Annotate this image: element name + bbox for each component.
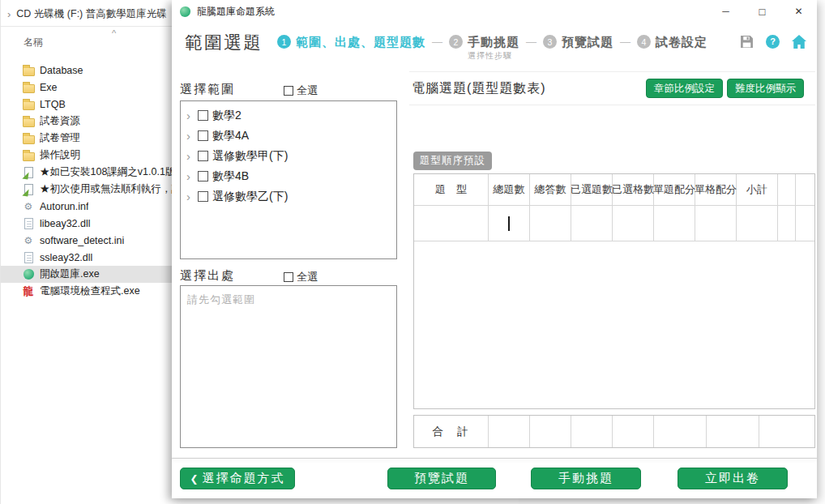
question-type-table: 題 型 總題數 總答數 已選題數 已選格數 單題配分 單格配分 小計 <box>413 173 815 409</box>
expand-chevron-icon[interactable]: › <box>186 109 198 122</box>
chapter-ratio-button[interactable]: 章節比例設定 <box>646 79 723 98</box>
explorer-tree-node-cd-drive[interactable]: › CD 光碟機 (F:) 普高數學題庫光碟 <box>1 5 167 23</box>
cell-points-per-blank[interactable] <box>695 206 737 241</box>
expand-chevron-icon[interactable]: › <box>186 130 198 142</box>
notepad-icon <box>22 166 35 179</box>
total-cell <box>759 416 814 447</box>
back-button-label: 選擇命題方式 <box>203 471 285 486</box>
checkbox-icon[interactable] <box>284 86 293 96</box>
source-placeholder-text: 請先勾選範圍 <box>187 293 390 307</box>
checkbox-icon[interactable] <box>198 191 208 202</box>
cell-empty <box>796 206 814 241</box>
folder-icon <box>22 98 35 111</box>
col-selected-questions: 已選題數 <box>571 174 613 205</box>
checkbox-icon[interactable] <box>198 151 208 161</box>
drive-label: CD 光碟機 (F:) 普高數學題庫光碟 <box>16 7 166 21</box>
tree-item-math4a[interactable]: › 數學4A <box>181 126 396 146</box>
checkbox-icon[interactable] <box>198 110 208 121</box>
checkbox-icon[interactable] <box>284 272 293 282</box>
step-separator: — <box>526 36 536 48</box>
col-empty <box>796 174 814 205</box>
tree-item-math2[interactable]: › 數學2 <box>181 105 396 126</box>
window-controls: ─ □ ✕ <box>707 0 817 23</box>
cell-total-questions[interactable] <box>489 206 530 241</box>
total-table: 合 計 <box>413 415 815 448</box>
checkbox-icon[interactable] <box>198 171 208 182</box>
preview-questions-button[interactable]: 預覽試題 <box>387 468 496 489</box>
range-tree: › 數學2 › 數學4A › 選修數學甲(下) › 數學4B › <box>180 100 397 259</box>
step-4-paper-settings[interactable]: 4 試卷設定 <box>637 34 707 49</box>
manual-pick-button[interactable]: 手動挑題 <box>531 468 641 489</box>
tree-item-elective-a[interactable]: › 選修數學甲(下) <box>181 146 396 166</box>
back-to-mode-button[interactable]: ❮ 選擇命題方式 <box>180 468 295 489</box>
total-label: 合 計 <box>414 416 489 447</box>
file-name: ★初次使用或無法順利執行，請 <box>40 182 182 196</box>
cell-empty <box>778 206 796 241</box>
generate-paper-button[interactable]: 立即出卷 <box>678 468 788 489</box>
step-separator: — <box>620 36 631 48</box>
range-select-all[interactable]: 全選 <box>284 83 318 98</box>
cell-selected-blanks[interactable] <box>613 206 654 241</box>
col-total-questions: 總題數 <box>489 174 530 205</box>
tree-item-math4b[interactable]: › 數學4B <box>181 166 396 186</box>
minimize-button[interactable]: ─ <box>707 0 744 23</box>
notepad-icon <box>22 183 35 196</box>
total-cell <box>613 416 654 447</box>
checkbox-icon[interactable] <box>198 130 208 141</box>
dll-file-icon <box>22 251 35 264</box>
col-points-per-question: 單題配分 <box>654 174 695 205</box>
sort-ascending-icon: ^ <box>112 28 116 38</box>
step-label: 手動挑題 <box>468 35 519 49</box>
computer-select-title: 電腦選題(題型題數表) <box>412 80 546 97</box>
divider <box>409 71 815 72</box>
divider <box>172 458 817 459</box>
dll-file-icon <box>22 217 35 230</box>
window-title: 龍騰題庫命題系統 <box>197 5 275 19</box>
save-button[interactable] <box>739 34 754 49</box>
step-label: 範圍、出處、題型題數 <box>296 34 425 49</box>
help-button[interactable]: ? <box>766 35 780 49</box>
home-button[interactable] <box>792 34 806 49</box>
cell-points-per-question[interactable] <box>654 206 695 241</box>
cell-question-type[interactable] <box>414 206 489 241</box>
step-number-badge: 4 <box>637 35 651 49</box>
titlebar: 龍騰題庫命題系統 ─ □ ✕ <box>172 0 817 23</box>
chevron-right-icon[interactable]: › <box>7 8 11 20</box>
chevron-left-icon: ❮ <box>190 473 198 485</box>
folder-icon <box>22 81 35 94</box>
column-header-name[interactable]: 名稱 <box>24 36 43 49</box>
tree-item-label: 選修數學乙(下) <box>212 190 288 204</box>
file-name: 試卷管理 <box>40 131 80 145</box>
step-separator: — <box>432 36 442 48</box>
step-3-preview[interactable]: 3 預覽試題 <box>543 34 613 49</box>
cell-selected-questions[interactable] <box>571 206 613 241</box>
config-file-icon: ⚙ <box>22 200 35 213</box>
step-label: 試卷設定 <box>656 34 707 49</box>
cell-total-answers[interactable] <box>530 206 571 241</box>
total-row: 合 計 <box>414 416 814 447</box>
file-name: software_detect.ini <box>40 235 124 246</box>
table-header-row: 題 型 總題數 總答數 已選題數 已選格數 單題配分 單格配分 小計 <box>414 174 814 206</box>
source-select-all[interactable]: 全選 <box>284 270 318 284</box>
step-number-badge: 2 <box>449 35 463 49</box>
expand-chevron-icon[interactable]: › <box>186 170 198 182</box>
expand-chevron-icon[interactable]: › <box>186 190 198 203</box>
question-order-badge[interactable]: 題型順序預設 <box>413 152 492 170</box>
tree-item-elective-b[interactable]: › 選修數學乙(下) <box>181 186 396 207</box>
maximize-button[interactable]: □ <box>744 0 780 23</box>
text-cursor <box>508 216 510 231</box>
step-1-range-source-types[interactable]: 1 範圍、出處、題型題數 <box>277 34 425 49</box>
expand-chevron-icon[interactable]: › <box>186 150 198 162</box>
step-2-manual-pick[interactable]: 2 手動挑題 選擇性步驟 <box>449 34 519 62</box>
cell-subtotal[interactable] <box>737 206 778 241</box>
file-name: 操作說明 <box>40 148 80 162</box>
close-button[interactable]: ✕ <box>780 0 817 23</box>
col-selected-blanks: 已選格數 <box>613 174 654 205</box>
step-label: 預覽試題 <box>562 34 613 49</box>
difficulty-ratio-button[interactable]: 難度比例顯示 <box>727 79 804 98</box>
tree-item-label: 選修數學甲(下) <box>212 149 288 164</box>
col-points-per-blank: 單格配分 <box>695 174 737 205</box>
file-name: 開啟題庫.exe <box>40 267 100 281</box>
source-list: 請先勾選範圍 <box>180 285 397 448</box>
step-sublabel: 選擇性步驟 <box>468 50 519 62</box>
